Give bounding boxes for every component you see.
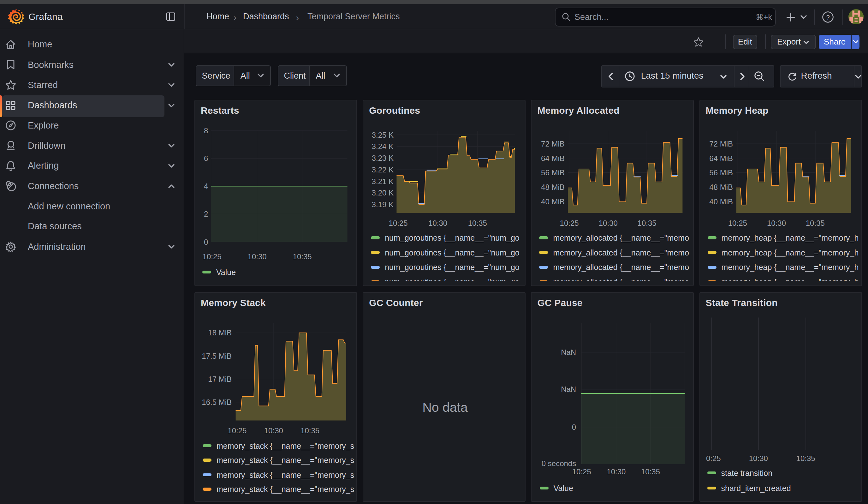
svg-text:?: ? bbox=[826, 13, 830, 21]
